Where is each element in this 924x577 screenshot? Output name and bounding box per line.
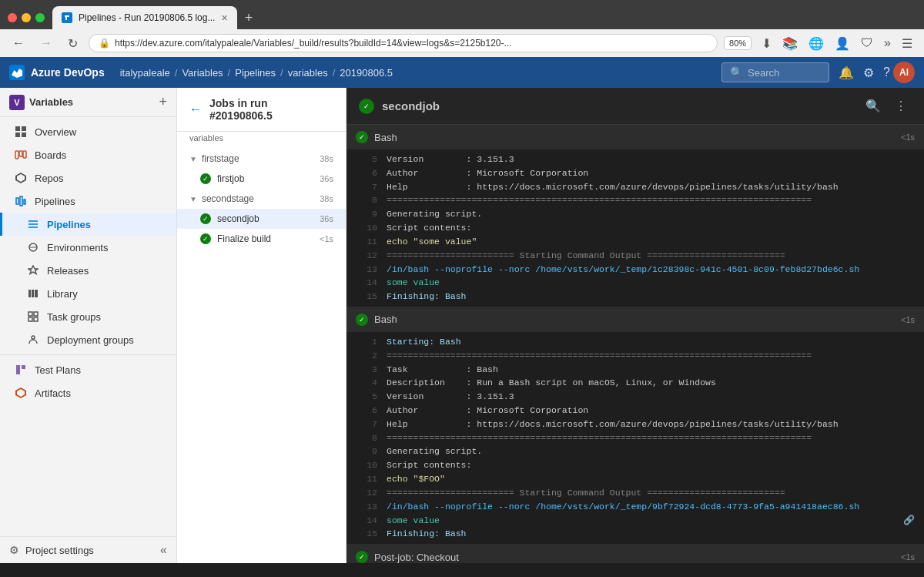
notifications-icon[interactable]: 🔔 <box>835 62 857 83</box>
sidebar-item-repos[interactable]: Repos <box>0 166 176 190</box>
help-icon[interactable]: ? <box>880 62 893 83</box>
log-line: 4Description : Run a Bash script on macO… <box>346 376 924 390</box>
svg-rect-4 <box>15 151 18 159</box>
svg-rect-2 <box>15 133 20 137</box>
job-item-firstjob[interactable]: ✓ firstjob 36s <box>177 169 346 189</box>
job-item-finalize-build[interactable]: ✓ Finalize build <1s <box>177 229 346 249</box>
extensions-icon[interactable]: 🌐 <box>805 35 828 52</box>
sidebar-item-releases[interactable]: Releases <box>0 259 176 282</box>
collapse-button[interactable]: « <box>160 543 167 557</box>
bc-variables[interactable]: Variables <box>182 67 223 79</box>
job-duration-finalize-build: <1s <box>320 234 333 243</box>
bc-variables2[interactable]: variables <box>288 67 328 79</box>
download-icon[interactable]: ⬇ <box>758 35 775 52</box>
project-icon: V <box>9 95 25 110</box>
avatar[interactable]: AI <box>893 62 915 83</box>
sidebar-item-artifacts[interactable]: Artifacts <box>0 381 176 404</box>
bookmarks-icon[interactable]: 📚 <box>778 35 802 52</box>
log-line: 10Script contents: <box>346 458 924 472</box>
log-line: 5Version : 3.151.3 <box>346 390 924 404</box>
log-search-button[interactable]: 🔍 <box>861 97 886 115</box>
sidebar-item-boards[interactable]: Boards <box>0 143 176 166</box>
traffic-light-green[interactable] <box>35 13 45 22</box>
log-lines-bash-1: 5Version : 3.151.3 6Author : Microsoft C… <box>346 149 924 307</box>
log-section-post-job: ✓ Post-job: Checkout <1s <box>346 545 924 563</box>
forward-button[interactable]: → <box>35 35 57 52</box>
add-item-button[interactable]: + <box>159 94 167 110</box>
sidebar-label-artifacts: Artifacts <box>35 387 71 399</box>
bc-sep-4: / <box>333 67 336 79</box>
log-section-name-bash-1: Bash <box>374 132 895 143</box>
copy-link-button[interactable]: 🔗 <box>903 515 915 525</box>
deploymentgroups-icon <box>27 334 39 346</box>
sidebar-item-test-plans[interactable]: Test Plans <box>0 358 176 381</box>
log-section-bash-1-header[interactable]: ✓ Bash <1s <box>346 125 924 149</box>
new-tab-button[interactable]: + <box>239 7 259 29</box>
address-text: https://dev.azure.com/italypaleale/Varia… <box>115 38 708 49</box>
log-more-button[interactable]: ⋮ <box>890 97 912 115</box>
job-status-secondjob: ✓ <box>200 213 211 224</box>
job-item-secondjob[interactable]: ✓ secondjob 36s <box>177 209 346 229</box>
browser-tab-active[interactable]: Pipelines - Run 20190806.5 log... × <box>52 6 237 29</box>
sidebar-label-releases: Releases <box>47 265 89 277</box>
sidebar-item-environments[interactable]: Environments <box>0 236 176 259</box>
log-line: 12======================== Starting Comm… <box>346 249 924 263</box>
svg-rect-1 <box>22 126 26 131</box>
svg-rect-5 <box>19 151 22 156</box>
traffic-light-yellow[interactable] <box>22 13 31 22</box>
log-section-bash-2-header[interactable]: ✓ Bash <1s <box>346 307 924 332</box>
stage-firststage: ▼ firststage 38s ✓ firstjob 36s <box>177 149 346 189</box>
back-button[interactable]: ← <box>8 35 29 52</box>
menu-icon[interactable]: ☰ <box>898 35 916 52</box>
bc-sep-3: / <box>280 67 283 79</box>
job-name-secondjob: secondjob <box>217 213 313 224</box>
more-extensions-icon[interactable]: » <box>880 35 895 52</box>
log-section-post-job-header[interactable]: ✓ Post-job: Checkout <1s <box>346 545 924 563</box>
ado-logo-icon <box>9 65 25 80</box>
log-line: 9Generating script. <box>346 207 924 221</box>
back-to-runs-button[interactable]: ← <box>189 102 202 116</box>
job-name-finalize-build: Finalize build <box>217 233 313 244</box>
header-search[interactable]: 🔍 Search <box>721 62 829 82</box>
sidebar-item-task-groups[interactable]: Task groups <box>0 305 176 328</box>
sidebar-nav: Overview Boards Repos <box>0 117 176 536</box>
address-bar[interactable]: 🔒 https://dev.azure.com/italypaleale/Var… <box>89 34 718 52</box>
job-duration-firstjob: 36s <box>320 174 333 183</box>
shield-icon[interactable]: 🛡 <box>857 35 877 52</box>
project-label[interactable]: V Variables <box>9 95 73 110</box>
log-line: 13/in/bash --noprofile --norc /home/vsts… <box>346 263 924 277</box>
stage-firststage-header[interactable]: ▼ firststage 38s <box>177 149 346 169</box>
jobs-panel: ← Jobs in run #20190806.5 variables ▼ fi… <box>177 88 346 563</box>
overview-icon <box>15 126 27 138</box>
bc-italypaleale[interactable]: italypaleale <box>120 67 170 79</box>
log-section-name-post-job: Post-job: Checkout <box>374 552 895 563</box>
log-section-duration-post-job: <1s <box>901 552 915 562</box>
sidebar: V Variables + Overview <box>0 88 177 563</box>
settings-header-icon[interactable]: ⚙ <box>860 62 877 83</box>
sidebar-item-deployment-groups[interactable]: Deployment groups <box>0 328 176 351</box>
stage-secondstage: ▼ secondstage 38s ✓ secondjob 36s ✓ Fina… <box>177 189 346 249</box>
library-icon <box>27 287 39 300</box>
log-line: 5Version : 3.151.3 <box>346 153 924 166</box>
ado-logo[interactable]: Azure DevOps <box>9 65 105 80</box>
settings-label[interactable]: Project settings <box>25 545 154 556</box>
traffic-light-red[interactable] <box>8 13 17 22</box>
reload-button[interactable]: ↻ <box>63 35 82 52</box>
tab-close-button[interactable]: × <box>221 12 227 23</box>
sidebar-item-pipelines[interactable]: Pipelines <box>0 213 176 236</box>
log-line: 1Starting: Bash <box>346 335 924 349</box>
breadcrumb: italypaleale / Variables / Pipelines / v… <box>120 67 393 79</box>
log-line: 7Help : https://docs.microsoft.com/azure… <box>346 418 924 431</box>
stage-secondstage-header[interactable]: ▼ secondstage 38s <box>177 189 346 209</box>
bc-sep-2: / <box>228 67 231 79</box>
log-line: 14some value <box>346 276 924 290</box>
svg-point-15 <box>32 336 35 339</box>
log-line: 15Finishing: Bash <box>346 527 924 541</box>
svg-rect-10 <box>35 290 38 297</box>
profile-icon[interactable]: 👤 <box>831 35 854 52</box>
sidebar-item-pipelines-parent[interactable]: Pipelines <box>0 190 176 213</box>
sidebar-item-library[interactable]: Library <box>0 282 176 305</box>
bc-run[interactable]: 20190806.5 <box>340 67 393 79</box>
bc-pipelines[interactable]: Pipelines <box>235 67 276 79</box>
sidebar-item-overview[interactable]: Overview <box>0 120 176 143</box>
